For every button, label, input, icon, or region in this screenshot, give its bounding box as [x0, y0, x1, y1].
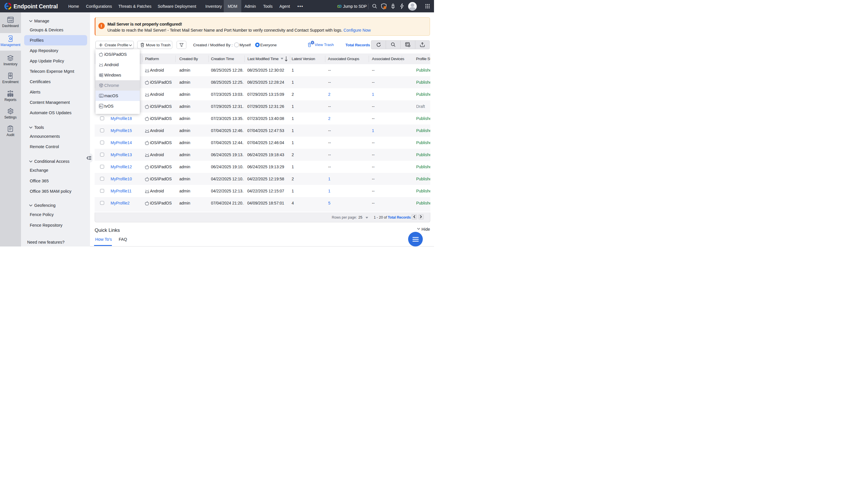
svg-text:tv: tv — [101, 105, 102, 107]
